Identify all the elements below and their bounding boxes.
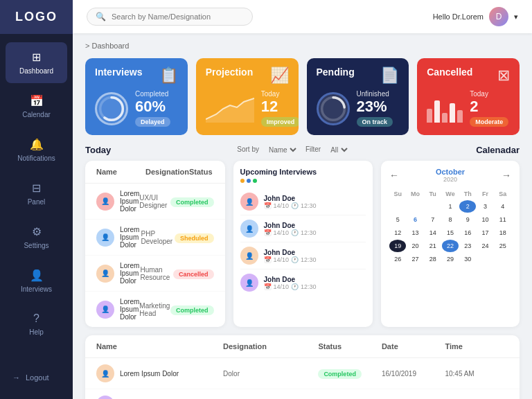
bottom-table: NameDesignationStatusDateTime 👤 Lorem Ip…: [85, 335, 520, 399]
interview-time: 📅 14/10 🕐 12:30: [264, 283, 366, 290]
interview-name: John Doe: [264, 222, 366, 229]
interview-info: John Doe 📅 14/10 🕐 12:30: [264, 195, 366, 209]
sort-label: Sort by: [237, 145, 259, 154]
calendar-day[interactable]: 10: [477, 213, 493, 226]
card-stats: Completed 60% Delayed: [135, 90, 178, 127]
logout-label: Logout: [26, 373, 49, 382]
calendar-day[interactable]: 13: [407, 227, 423, 239]
search-icon: 🔍: [96, 12, 106, 21]
calendar-day[interactable]: 20: [407, 240, 423, 252]
calendar-day[interactable]: 17: [477, 227, 493, 239]
calendar-day[interactable]: 19: [389, 240, 406, 252]
calendar-day[interactable]: 26: [389, 253, 406, 265]
calendar-month-year: October 2020: [436, 168, 465, 183]
interview-name: John Doe: [264, 249, 366, 256]
status-badge: Completed: [170, 197, 214, 206]
calendar-day[interactable]: 12: [389, 227, 406, 239]
calendar-day[interactable]: 22: [442, 240, 459, 252]
sidebar-item-calendar[interactable]: 📅Calendar: [6, 86, 67, 127]
card-value: 60%: [135, 98, 178, 116]
calendar-day[interactable]: 23: [459, 240, 476, 252]
card-header: Cancelled ⊠: [427, 66, 510, 85]
logout-button[interactable]: → Logout: [6, 366, 67, 389]
sidebar-item-label: Dashboard: [19, 67, 53, 75]
calendar-day[interactable]: 16: [459, 227, 476, 239]
table-header: NameDesignationStatus: [85, 161, 225, 184]
status-badge: Sheduled: [175, 233, 214, 242]
sidebar-nav: ⊞Dashboard📅Calendar🔔Notifications⊟Panel⚙…: [0, 34, 73, 356]
calendar-day[interactable]: 4: [495, 200, 511, 213]
calendar-day[interactable]: 5: [389, 213, 406, 226]
sidebar-item-interviews[interactable]: 👤Interviews: [6, 260, 67, 301]
calendar-day[interactable]: 24: [477, 240, 493, 252]
sidebar-bottom: → Logout: [0, 356, 73, 399]
stat-card-cancelled: Cancelled ⊠ Today 2 Moderate: [417, 58, 520, 135]
bar: [450, 103, 455, 123]
card-stats: Unfinished 23% On track: [357, 90, 400, 127]
calendar-day[interactable]: 27: [407, 253, 423, 265]
calendar-day[interactable]: 30: [459, 253, 476, 265]
calendar-day[interactable]: 21: [425, 240, 441, 252]
calendar-day-header: Th: [459, 188, 476, 200]
chevron-down-icon[interactable]: ▾: [514, 12, 518, 21]
designation: UX/UI Designer: [139, 194, 170, 209]
calendar-day[interactable]: 15: [442, 227, 459, 239]
card-icon: 📈: [270, 66, 289, 85]
calendar-day[interactable]: 7: [425, 213, 441, 226]
card-title: Interviews: [95, 66, 142, 78]
calendar-day[interactable]: 8: [442, 213, 459, 226]
sort-select[interactable]: Name: [266, 145, 299, 154]
person-name: Lorem Ipsum Dolor: [120, 190, 139, 213]
calendar-day[interactable]: 3: [477, 200, 493, 213]
card-title: Pending: [317, 66, 355, 78]
bar: [427, 109, 432, 123]
interview-time: 📅 14/10 🕐 12:30: [264, 202, 366, 209]
calendar-day[interactable]: 25: [495, 240, 511, 252]
sidebar-item-dashboard[interactable]: ⊞Dashboard: [6, 42, 67, 83]
sidebar-item-help[interactable]: ?Help: [6, 304, 67, 344]
card-stats: Today 2 Moderate: [470, 90, 510, 127]
bottom-column-header: Status: [318, 342, 382, 351]
search-bar[interactable]: 🔍: [87, 8, 253, 26]
sidebar-item-label: Settings: [24, 242, 48, 249]
search-input[interactable]: [112, 12, 244, 21]
calendar-next-button[interactable]: →: [502, 170, 511, 181]
calendar-day[interactable]: 11: [495, 213, 511, 226]
card-value: 2: [470, 98, 510, 116]
bottom-column-header: Designation: [223, 342, 318, 351]
calendar-day[interactable]: 29: [442, 253, 459, 265]
calendar-day[interactable]: 18: [495, 227, 511, 239]
calendar-day[interactable]: 1: [442, 200, 459, 213]
calendar-day: [389, 200, 406, 213]
avatar: D: [489, 7, 508, 26]
avatar: 👤: [240, 193, 258, 211]
status-badge: Completed: [170, 305, 214, 314]
card-sub-label: Unfinished: [357, 90, 400, 98]
calendar-icon: 📅: [264, 283, 272, 290]
interview-time: 📅 14/10 🕐 12:30: [264, 256, 366, 263]
calendar-day: [407, 200, 423, 213]
calendar-day[interactable]: 28: [425, 253, 441, 265]
card-title: Projection: [206, 66, 253, 78]
card-circle: [317, 92, 350, 125]
table-row: 👤 Lorem Ipsum Dolor PHP Developer Shedul…: [85, 220, 225, 256]
sidebar-item-settings[interactable]: ⚙Settings: [6, 217, 67, 258]
calendar-day-header: We: [442, 188, 459, 200]
sidebar-item-notifications[interactable]: 🔔Notifications: [6, 130, 67, 170]
user-info: Hello Dr.Lorem D ▾: [433, 7, 518, 26]
calendar-day: [477, 253, 493, 265]
card-sub-label: Completed: [135, 90, 178, 98]
calendar-day[interactable]: 14: [425, 227, 441, 239]
calendar-prev-button[interactable]: ←: [389, 170, 399, 181]
calendar-day[interactable]: 2: [459, 200, 476, 213]
filter-select[interactable]: All: [328, 145, 350, 154]
card-header: Pending 📄: [317, 66, 400, 85]
calendar-day: [495, 253, 511, 265]
interview-name: John Doe: [264, 276, 366, 283]
calendar-day[interactable]: 6: [407, 213, 423, 226]
interview-time: 📅 14/10 🕐 12:30: [264, 229, 366, 236]
card-sub-label: Today: [470, 90, 510, 98]
sidebar-item-panel[interactable]: ⊟Panel: [6, 173, 67, 214]
bar: [457, 110, 463, 123]
calendar-day[interactable]: 9: [459, 213, 476, 226]
